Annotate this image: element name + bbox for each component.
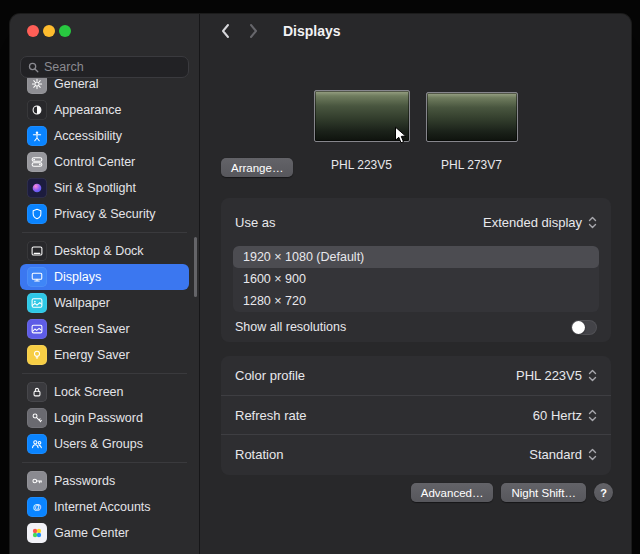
sidebar-item-label: Lock Screen [54,385,123,399]
popup-chevrons-icon [588,216,597,229]
minimize-button[interactable] [43,25,55,37]
search-icon [28,62,39,73]
sidebar-item-label: Displays [54,270,101,284]
help-button[interactable]: ? [594,483,613,502]
sidebar-item-energy-saver[interactable]: Energy Saver [20,342,189,368]
sidebar-item-siri-spotlight[interactable]: Siri & Spotlight [20,175,189,201]
show-all-resolutions-toggle[interactable] [571,320,597,335]
key-icon [27,408,47,428]
show-all-resolutions-label: Show all resolutions [235,320,346,334]
close-button[interactable] [27,25,39,37]
popup-chevrons-icon [588,448,597,461]
sidebar-item-users-groups[interactable]: Users & Groups [20,431,189,457]
sidebar-item-label: Accessibility [54,129,122,143]
sidebar-item-label: Control Center [54,155,135,169]
use-as-label: Use as [235,215,275,230]
at-icon: @ [27,497,47,517]
sidebar-item-label: Game Center [54,526,129,540]
display-thumbnail[interactable] [426,92,518,142]
sidebar-item-passwords[interactable]: Passwords [20,468,189,494]
sidebar-item-privacy-security[interactable]: Privacy & Security [20,201,189,227]
use-as-value: Extended display [483,215,582,230]
sidebar-item-lock-screen[interactable]: Lock Screen [20,379,189,405]
chevron-left-icon [220,23,231,39]
system-settings-window: Search GeneralAppearanceAccessibilityCon… [10,14,631,554]
sidebar-group-divider [22,373,187,374]
sidebar-item-label: Screen Saver [54,322,130,336]
displays-pane: Displays PHL 223V5PHL 273V7 Arrange… Use… [200,14,631,554]
color-profile-popup[interactable]: PHL 223V5 [516,368,597,383]
rotation-popup[interactable]: Standard [529,447,597,462]
footer-buttons: Advanced… Night Shift… ? [411,483,613,502]
sidebar-item-accessibility[interactable]: Accessibility [20,123,189,149]
control-center-icon [27,152,47,172]
refresh-rate-row: Refresh rate 60 Hertz [221,395,611,434]
energy-icon [27,345,47,365]
sidebar-item-label: General [54,77,98,91]
refresh-rate-label: Refresh rate [235,408,307,423]
game-center-icon [27,523,47,543]
forward-button[interactable] [248,23,259,39]
svg-text:@: @ [33,502,42,512]
privacy-security-icon [27,204,47,224]
sidebar-item-label: Energy Saver [54,348,130,362]
accessibility-icon [27,126,47,146]
sidebar-group-divider [22,232,187,233]
rotation-row: Rotation Standard [221,434,611,473]
display-column: PHL 273V7 [426,92,518,172]
resolution-list: 1920 × 1080 (Default)1600 × 9001280 × 72… [233,246,599,312]
resolution-option[interactable]: 1280 × 720 [233,290,599,312]
sidebar-item-label: Passwords [54,474,115,488]
refresh-rate-popup[interactable]: 60 Hertz [533,408,597,423]
sidebar-item-login-password[interactable]: Login Password [20,405,189,431]
sidebar-list: GeneralAppearanceAccessibilityControl Ce… [10,71,199,554]
zoom-button[interactable] [59,25,71,37]
search-input[interactable]: Search [20,56,189,78]
sidebar-item-appearance[interactable]: Appearance [20,97,189,123]
arrange-button[interactable]: Arrange… [221,158,293,177]
lock-icon [27,382,47,402]
display-options-card: Color profile PHL 223V5 Refresh rate 60 … [221,356,611,475]
mouse-cursor [394,126,407,149]
sidebar-item-label: Privacy & Security [54,207,155,221]
window-controls [10,14,199,37]
appearance-icon [27,100,47,120]
sidebar-item-label: Siri & Spotlight [54,181,136,195]
screensaver-icon [27,319,47,339]
sidebar-item-label: Login Password [54,411,143,425]
display-name: PHL 273V7 [441,158,502,172]
sidebar-scrollbar[interactable] [194,237,197,297]
toggle-knob [572,321,585,334]
resolution-option[interactable]: 1920 × 1080 (Default) [233,246,599,268]
show-all-resolutions-row: Show all resolutions [221,312,611,342]
rotation-value: Standard [529,447,582,462]
sidebar-item-label: Internet Accounts [54,500,151,514]
sidebar-item-label: Desktop & Dock [54,244,144,258]
sidebar-item-internet-accounts[interactable]: @Internet Accounts [20,494,189,520]
displays-icon [27,267,47,287]
sidebar-item-screen-saver[interactable]: Screen Saver [20,316,189,342]
color-profile-row: Color profile PHL 223V5 [221,356,611,395]
sidebar-item-game-center[interactable]: Game Center [20,520,189,546]
sidebar-item-label: Wallpaper [54,296,110,310]
rotation-label: Rotation [235,447,283,462]
search-placeholder: Search [44,60,84,74]
night-shift-button[interactable]: Night Shift… [501,483,586,502]
sidebar-item-desktop-dock[interactable]: Desktop & Dock [20,238,189,264]
sidebar-item-displays[interactable]: Displays [20,264,189,290]
advanced-button[interactable]: Advanced… [411,483,494,502]
sidebar-group-divider [22,462,187,463]
sidebar-item-control-center[interactable]: Control Center [20,149,189,175]
page-title: Displays [283,23,341,39]
chevron-right-icon [248,23,259,39]
display-name: PHL 223V5 [331,158,392,172]
resolution-option[interactable]: 1600 × 900 [233,268,599,290]
use-as-popup[interactable]: Extended display [483,215,597,230]
sidebar-item-wallpaper[interactable]: Wallpaper [20,290,189,316]
back-button[interactable] [220,23,231,39]
desktop-dock-icon [27,241,47,261]
display-settings-card: Use as Extended display 1920 × 1080 (Def… [221,198,611,342]
popup-chevrons-icon [588,409,597,422]
refresh-rate-value: 60 Hertz [533,408,582,423]
sidebar-item-label: Users & Groups [54,437,143,451]
